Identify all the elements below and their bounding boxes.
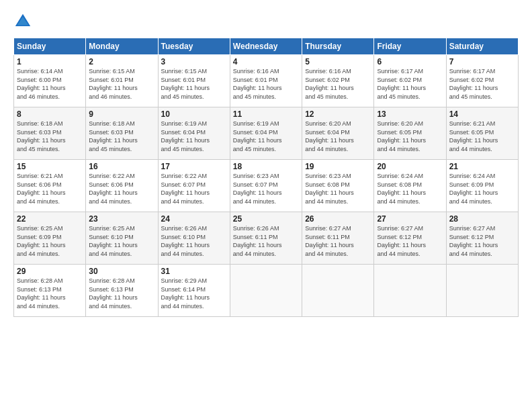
day-info: Sunrise: 6:22 AM Sunset: 6:06 PM Dayligh… (89, 172, 154, 205)
day-info: Sunrise: 6:14 AM Sunset: 6:00 PM Dayligh… (17, 67, 83, 101)
day-number: 9 (89, 109, 154, 119)
week-row-4: 22Sunrise: 6:25 AM Sunset: 6:09 PM Dayli… (14, 212, 519, 265)
day-info: Sunrise: 6:29 AM Sunset: 6:14 PM Dayligh… (161, 277, 227, 310)
day-info: Sunrise: 6:23 AM Sunset: 6:08 PM Dayligh… (305, 172, 371, 205)
day-cell: 13Sunrise: 6:20 AM Sunset: 6:05 PM Dayli… (374, 107, 446, 160)
day-cell: 21Sunrise: 6:24 AM Sunset: 6:09 PM Dayli… (446, 160, 518, 212)
day-cell: 27Sunrise: 6:27 AM Sunset: 6:12 PM Dayli… (374, 212, 446, 265)
day-info: Sunrise: 6:24 AM Sunset: 6:09 PM Dayligh… (449, 172, 515, 205)
day-number: 10 (161, 109, 227, 119)
logo (13, 12, 35, 31)
day-cell: 24Sunrise: 6:26 AM Sunset: 6:10 PM Dayli… (158, 212, 230, 265)
day-number: 1 (17, 57, 83, 66)
day-cell: 1Sunrise: 6:14 AM Sunset: 6:00 PM Daylig… (14, 55, 86, 107)
day-info: Sunrise: 6:18 AM Sunset: 6:03 PM Dayligh… (17, 120, 83, 153)
day-number: 31 (161, 267, 227, 276)
day-number: 25 (233, 214, 299, 224)
day-cell (302, 265, 374, 317)
header (13, 12, 519, 31)
day-info: Sunrise: 6:26 AM Sunset: 6:10 PM Dayligh… (161, 224, 227, 258)
weekday-header-monday: Monday (86, 38, 158, 55)
logo-icon (13, 12, 32, 31)
calendar-table: SundayMondayTuesdayWednesdayThursdayFrid… (13, 38, 519, 317)
day-info: Sunrise: 6:20 AM Sunset: 6:04 PM Dayligh… (305, 120, 371, 153)
day-info: Sunrise: 6:27 AM Sunset: 6:12 PM Dayligh… (377, 224, 443, 258)
day-number: 27 (377, 214, 443, 224)
day-cell (374, 265, 446, 317)
day-cell: 5Sunrise: 6:16 AM Sunset: 6:02 PM Daylig… (302, 55, 374, 107)
day-cell: 2Sunrise: 6:15 AM Sunset: 6:01 PM Daylig… (86, 55, 158, 107)
week-row-3: 15Sunrise: 6:21 AM Sunset: 6:06 PM Dayli… (14, 160, 519, 212)
day-number: 17 (161, 162, 227, 171)
day-cell: 22Sunrise: 6:25 AM Sunset: 6:09 PM Dayli… (14, 212, 86, 265)
day-cell: 10Sunrise: 6:19 AM Sunset: 6:04 PM Dayli… (158, 107, 230, 160)
day-number: 28 (449, 214, 515, 224)
day-info: Sunrise: 6:28 AM Sunset: 6:13 PM Dayligh… (89, 277, 154, 310)
calendar-page: SundayMondayTuesdayWednesdayThursdayFrid… (0, 0, 532, 411)
day-number: 11 (233, 109, 299, 119)
day-info: Sunrise: 6:25 AM Sunset: 6:09 PM Dayligh… (17, 224, 83, 258)
weekday-header-friday: Friday (374, 38, 446, 55)
day-cell: 20Sunrise: 6:24 AM Sunset: 6:08 PM Dayli… (374, 160, 446, 212)
weekday-header-tuesday: Tuesday (158, 38, 230, 55)
day-cell: 31Sunrise: 6:29 AM Sunset: 6:14 PM Dayli… (158, 265, 230, 317)
day-cell: 8Sunrise: 6:18 AM Sunset: 6:03 PM Daylig… (14, 107, 86, 160)
day-info: Sunrise: 6:23 AM Sunset: 6:07 PM Dayligh… (233, 172, 299, 205)
weekday-header-sunday: Sunday (14, 38, 86, 55)
day-info: Sunrise: 6:27 AM Sunset: 6:12 PM Dayligh… (449, 224, 515, 258)
day-info: Sunrise: 6:21 AM Sunset: 6:05 PM Dayligh… (449, 120, 515, 153)
day-info: Sunrise: 6:15 AM Sunset: 6:01 PM Dayligh… (161, 67, 227, 101)
day-cell: 25Sunrise: 6:26 AM Sunset: 6:11 PM Dayli… (230, 212, 302, 265)
day-info: Sunrise: 6:26 AM Sunset: 6:11 PM Dayligh… (233, 224, 299, 258)
week-row-2: 8Sunrise: 6:18 AM Sunset: 6:03 PM Daylig… (14, 107, 519, 160)
day-cell: 16Sunrise: 6:22 AM Sunset: 6:06 PM Dayli… (86, 160, 158, 212)
day-info: Sunrise: 6:19 AM Sunset: 6:04 PM Dayligh… (233, 120, 299, 153)
day-info: Sunrise: 6:15 AM Sunset: 6:01 PM Dayligh… (89, 67, 154, 101)
week-row-5: 29Sunrise: 6:28 AM Sunset: 6:13 PM Dayli… (14, 265, 519, 317)
day-cell: 6Sunrise: 6:17 AM Sunset: 6:02 PM Daylig… (374, 55, 446, 107)
day-info: Sunrise: 6:18 AM Sunset: 6:03 PM Dayligh… (89, 120, 154, 153)
day-number: 20 (377, 162, 443, 171)
day-number: 23 (89, 214, 154, 224)
day-info: Sunrise: 6:17 AM Sunset: 6:02 PM Dayligh… (449, 67, 515, 101)
day-number: 6 (377, 57, 443, 66)
day-cell: 12Sunrise: 6:20 AM Sunset: 6:04 PM Dayli… (302, 107, 374, 160)
day-number: 2 (89, 57, 154, 66)
day-info: Sunrise: 6:20 AM Sunset: 6:05 PM Dayligh… (377, 120, 443, 153)
day-number: 8 (17, 109, 83, 119)
day-cell (230, 265, 302, 317)
day-cell: 26Sunrise: 6:27 AM Sunset: 6:11 PM Dayli… (302, 212, 374, 265)
day-cell: 28Sunrise: 6:27 AM Sunset: 6:12 PM Dayli… (446, 212, 518, 265)
day-number: 3 (161, 57, 227, 66)
day-number: 4 (233, 57, 299, 66)
day-number: 22 (17, 214, 83, 224)
day-number: 18 (233, 162, 299, 171)
day-cell: 14Sunrise: 6:21 AM Sunset: 6:05 PM Dayli… (446, 107, 518, 160)
day-cell: 15Sunrise: 6:21 AM Sunset: 6:06 PM Dayli… (14, 160, 86, 212)
day-cell: 30Sunrise: 6:28 AM Sunset: 6:13 PM Dayli… (86, 265, 158, 317)
day-number: 12 (305, 109, 371, 119)
day-cell: 19Sunrise: 6:23 AM Sunset: 6:08 PM Dayli… (302, 160, 374, 212)
day-info: Sunrise: 6:16 AM Sunset: 6:02 PM Dayligh… (305, 67, 371, 101)
day-info: Sunrise: 6:21 AM Sunset: 6:06 PM Dayligh… (17, 172, 83, 205)
day-number: 14 (449, 109, 515, 119)
day-info: Sunrise: 6:17 AM Sunset: 6:02 PM Dayligh… (377, 67, 443, 101)
day-number: 15 (17, 162, 83, 171)
day-number: 21 (449, 162, 515, 171)
day-cell: 18Sunrise: 6:23 AM Sunset: 6:07 PM Dayli… (230, 160, 302, 212)
day-number: 7 (449, 57, 515, 66)
day-number: 24 (161, 214, 227, 224)
day-cell: 4Sunrise: 6:16 AM Sunset: 6:01 PM Daylig… (230, 55, 302, 107)
day-cell: 11Sunrise: 6:19 AM Sunset: 6:04 PM Dayli… (230, 107, 302, 160)
day-cell: 23Sunrise: 6:25 AM Sunset: 6:10 PM Dayli… (86, 212, 158, 265)
weekday-header-row: SundayMondayTuesdayWednesdayThursdayFrid… (14, 38, 519, 55)
day-number: 16 (89, 162, 154, 171)
day-number: 13 (377, 109, 443, 119)
weekday-header-saturday: Saturday (446, 38, 518, 55)
day-number: 30 (89, 267, 154, 276)
weekday-header-wednesday: Wednesday (230, 38, 302, 55)
day-cell: 9Sunrise: 6:18 AM Sunset: 6:03 PM Daylig… (86, 107, 158, 160)
day-info: Sunrise: 6:24 AM Sunset: 6:08 PM Dayligh… (377, 172, 443, 205)
day-number: 26 (305, 214, 371, 224)
day-info: Sunrise: 6:25 AM Sunset: 6:10 PM Dayligh… (89, 224, 154, 258)
